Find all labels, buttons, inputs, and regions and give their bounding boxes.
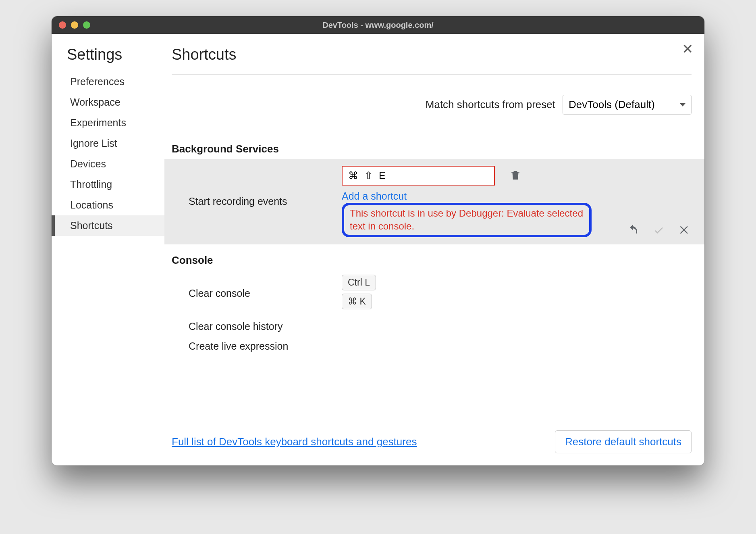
cancel-button[interactable] <box>678 223 692 238</box>
window-close-button[interactable] <box>59 21 66 29</box>
action-label-clear-console: Clear console <box>189 288 342 299</box>
sidebar-item-ignore-list[interactable]: Ignore List <box>52 133 164 154</box>
action-row-clear-history[interactable]: Clear console history <box>172 317 692 336</box>
window-minimize-button[interactable] <box>71 21 78 29</box>
settings-sidebar: Settings Preferences Workspace Experimen… <box>52 34 164 465</box>
trash-icon <box>509 176 521 182</box>
main-panel: Shortcuts Match shortcuts from preset De… <box>164 34 704 465</box>
action-row-create-live-expression[interactable]: Create live expression <box>172 336 692 356</box>
shortcut-chips: Ctrl L ⌘ K <box>342 275 379 313</box>
devtools-window: DevTools - www.google.com/ ✕ Settings Pr… <box>52 16 704 465</box>
preset-select[interactable]: DevTools (Default) <box>563 95 692 115</box>
shortcut-editor-actions <box>626 223 692 238</box>
revert-button[interactable] <box>626 223 640 238</box>
traffic-lights <box>59 21 90 29</box>
window-maximize-button[interactable] <box>83 21 90 29</box>
shortcut-chip: ⌘ K <box>342 294 372 309</box>
confirm-button[interactable] <box>652 223 666 238</box>
action-row-clear-console[interactable]: Clear console Ctrl L ⌘ K <box>172 271 692 317</box>
shortcut-editor: Start recording events Add a shortcut Th… <box>164 159 704 244</box>
sidebar-item-locations[interactable]: Locations <box>52 195 164 215</box>
restore-defaults-button[interactable]: Restore default shortcuts <box>555 430 692 453</box>
shortcut-conflict-error: This shortcut is in use by Debugger: Eva… <box>342 203 592 237</box>
section-header-console: Console <box>172 254 692 267</box>
sidebar-item-shortcuts[interactable]: Shortcuts <box>52 215 164 236</box>
close-icon <box>679 231 691 237</box>
preset-value: DevTools (Default) <box>569 98 655 111</box>
action-label-start-recording: Start recording events <box>189 196 342 207</box>
sidebar-item-preferences[interactable]: Preferences <box>52 71 164 92</box>
delete-shortcut-button[interactable] <box>508 167 523 184</box>
shortcut-input[interactable] <box>342 166 495 186</box>
titlebar: DevTools - www.google.com/ <box>52 16 704 34</box>
section-header-background-services: Background Services <box>172 143 692 155</box>
footer: Full list of DevTools keyboard shortcuts… <box>172 418 692 453</box>
sidebar-item-workspace[interactable]: Workspace <box>52 92 164 113</box>
shortcut-chip: Ctrl L <box>342 275 376 290</box>
undo-icon <box>627 231 639 237</box>
sidebar-item-throttling[interactable]: Throttling <box>52 174 164 195</box>
sidebar-item-devices[interactable]: Devices <box>52 154 164 174</box>
check-icon <box>653 231 665 237</box>
action-label-clear-history: Clear console history <box>189 321 342 332</box>
full-shortcuts-link[interactable]: Full list of DevTools keyboard shortcuts… <box>172 436 417 448</box>
preset-label: Match shortcuts from preset <box>426 98 555 111</box>
sidebar-title: Settings <box>52 46 164 71</box>
chevron-down-icon <box>680 103 685 106</box>
sidebar-item-experiments[interactable]: Experiments <box>52 113 164 133</box>
close-settings-button[interactable]: ✕ <box>682 42 693 56</box>
action-label-create-live-expression: Create live expression <box>189 340 342 352</box>
add-shortcut-link[interactable]: Add a shortcut <box>342 190 407 202</box>
preset-row: Match shortcuts from preset DevTools (De… <box>172 95 692 115</box>
page-title: Shortcuts <box>172 46 692 75</box>
window-title: DevTools - www.google.com/ <box>52 21 704 30</box>
